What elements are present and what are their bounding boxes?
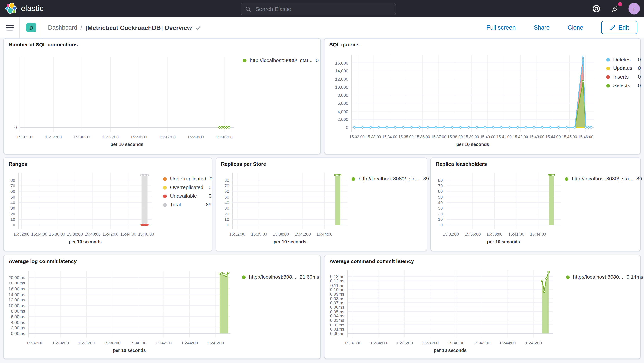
- chart-plot[interactable]: [348, 271, 553, 338]
- series-fill-http://localhost:808...: [220, 273, 228, 333]
- breadcrumb-dashboard[interactable]: Dashboard: [48, 24, 77, 31]
- y-tick-label: 30: [216, 206, 229, 211]
- y-tick-label: 40: [4, 200, 15, 205]
- kibana-dashboard-page: elastic: [0, 0, 644, 363]
- panel-title[interactable]: SQL queries: [324, 39, 640, 48]
- legend-item[interactable]: Deletes0: [606, 57, 641, 63]
- x-tick-label: 15:44:00: [306, 232, 343, 237]
- edit-button-label: Edit: [618, 24, 629, 31]
- x-tick-label: 15:46:00: [206, 134, 243, 139]
- legend-item[interactable]: http://localhost:8080/_sta...89: [565, 176, 640, 182]
- share-button[interactable]: Share: [534, 24, 550, 31]
- legend-item[interactable]: Updates0: [606, 65, 641, 72]
- y-tick-label: 0: [324, 125, 348, 130]
- panel-title[interactable]: Replicas per Store: [216, 158, 427, 167]
- panel-title[interactable]: Average command commit latency: [324, 255, 640, 264]
- y-tick-label: 16.00ms: [4, 286, 25, 291]
- page-title: [Metricbeat CockroachDB] Overview: [86, 24, 192, 31]
- panel-title[interactable]: Replica leaseholders: [431, 158, 640, 167]
- panel-title[interactable]: Ranges: [4, 158, 212, 167]
- legend-item[interactable]: Selects0: [606, 83, 641, 89]
- y-tick-label: 0.09ms: [324, 291, 344, 296]
- chart-legend: http://localhost:8080/_sta...89: [352, 176, 426, 182]
- legend-label: Total: [170, 202, 181, 208]
- legend-item[interactable]: Unavailable0: [163, 193, 212, 199]
- search-input[interactable]: [255, 6, 396, 13]
- full-screen-button[interactable]: Full screen: [486, 24, 516, 31]
- edit-button[interactable]: Edit: [601, 21, 638, 34]
- legend-dot-icon: [352, 177, 355, 181]
- logo-wordmark: elastic: [21, 4, 44, 13]
- chart-plot[interactable]: [352, 56, 594, 133]
- legend-item[interactable]: Underreplicated0: [163, 176, 212, 182]
- y-tick-label: 0.10ms: [324, 287, 344, 292]
- legend-item[interactable]: http://localhost:808...21.60ms: [242, 274, 319, 280]
- panel-average-log-commit-latency: Average log commit latency 0.00ms2.00ms4…: [3, 255, 321, 359]
- legend-label: http://localhost:8080/_stat...: [250, 58, 312, 64]
- panel-title[interactable]: Number of SQL connections: [4, 39, 320, 48]
- chart-number-of-sql-connections: 015:32:0015:34:0015:36:0015:38:0015:40:0…: [4, 49, 320, 154]
- legend-value: 0.14ms: [623, 274, 643, 280]
- y-tick-label: 60: [216, 189, 229, 194]
- x-axis-title: per 10 seconds: [232, 239, 348, 244]
- dashboard-badge[interactable]: D: [26, 23, 36, 33]
- panel-title[interactable]: Average log commit latency: [4, 255, 320, 264]
- chart-average-command-commit-latency: 0.00ms0.01ms0.02ms0.03ms0.04ms0.05ms0.06…: [324, 265, 640, 358]
- y-tick-label: 12.00ms: [4, 297, 25, 302]
- menu-icon[interactable]: [6, 25, 14, 31]
- legend-item[interactable]: Overreplicated0: [163, 184, 212, 191]
- legend-label: Deletes: [613, 57, 631, 63]
- global-search[interactable]: [241, 3, 396, 15]
- legend-dot-icon: [163, 194, 167, 198]
- legend-label: Overreplicated: [170, 184, 204, 191]
- x-axis-title: per 10 seconds: [28, 348, 230, 353]
- legend-dot-icon: [242, 275, 246, 279]
- legend-label: Updates: [613, 65, 632, 72]
- top-header: elastic: [0, 0, 644, 17]
- y-tick-label: 18.00ms: [4, 280, 25, 285]
- chart-plot[interactable]: [20, 58, 234, 133]
- y-tick-label: 0.13ms: [324, 274, 344, 279]
- divider: [43, 17, 43, 38]
- y-tick-label: 0.05ms: [324, 309, 344, 314]
- panel-sql-queries: SQL queries 02,0004,0006,0008,00010,0001…: [324, 38, 641, 154]
- y-tick-label: 0.04ms: [324, 313, 344, 318]
- series-http://localhost:8080/_sta...: [549, 175, 554, 225]
- legend-label: http://localhost:808...: [249, 274, 296, 280]
- clone-button[interactable]: Clone: [568, 24, 583, 31]
- x-axis-title: per 10 seconds: [348, 348, 553, 353]
- help-button[interactable]: [591, 3, 602, 15]
- y-tick-label: 20: [431, 211, 443, 216]
- y-tick-label: 60: [431, 189, 443, 194]
- panel-replicas-per-store: Replicas per Store 0102030405060708015:3…: [216, 157, 427, 251]
- panel-ranges: Ranges 0102030405060708015:32:0015:34:00…: [3, 157, 212, 251]
- user-avatar[interactable]: r: [628, 3, 640, 15]
- y-tick-label: 0.11ms: [324, 283, 344, 288]
- chart-plot[interactable]: [446, 173, 561, 230]
- x-tick-label: 15:46:00: [567, 134, 604, 139]
- y-tick-label: 60: [4, 189, 15, 194]
- y-tick-label: 6,000: [324, 101, 348, 106]
- legend-item[interactable]: http://localhost:8080/_sta...89: [352, 176, 426, 182]
- chart-plot[interactable]: [18, 173, 152, 230]
- legend-item[interactable]: Total89: [163, 202, 212, 208]
- y-tick-label: 30: [431, 206, 443, 211]
- chart-plot[interactable]: [28, 272, 230, 338]
- chart-plot[interactable]: [232, 173, 348, 230]
- y-tick-label: 0.02ms: [324, 322, 344, 327]
- legend-item[interactable]: http://localhost:8080...0.14ms: [566, 274, 639, 280]
- y-tick-label: 0.00ms: [4, 331, 25, 336]
- elastic-logo[interactable]: elastic: [5, 3, 44, 15]
- legend-item[interactable]: http://localhost:8080/_stat...0: [243, 58, 318, 64]
- check-icon[interactable]: [195, 24, 201, 31]
- legend-dot-icon: [163, 186, 167, 190]
- y-tick-label: 80: [216, 178, 229, 183]
- legend-dot-icon: [565, 177, 568, 181]
- y-tick-label: 6.00ms: [4, 314, 25, 319]
- legend-value: 0: [206, 184, 212, 191]
- legend-item[interactable]: Inserts0: [606, 74, 641, 80]
- y-tick-label: 0.08ms: [324, 296, 344, 301]
- toolbar-actions: Full screen Share Clone Edit: [486, 21, 644, 34]
- news-feed-button[interactable]: [610, 3, 621, 15]
- elastic-logo-icon: [5, 3, 18, 15]
